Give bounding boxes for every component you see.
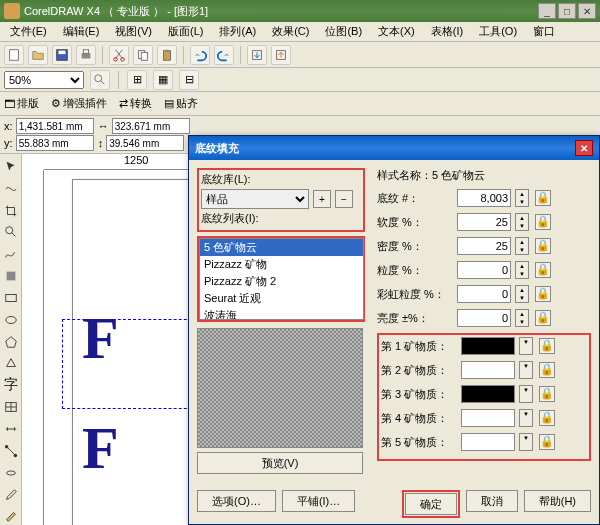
cancel-button[interactable]: 取消	[466, 490, 518, 512]
ok-button[interactable]: 确定	[405, 493, 457, 515]
lock-icon[interactable]: 🔒	[539, 386, 555, 402]
ellipse-tool[interactable]	[1, 310, 21, 330]
pick-tool[interactable]	[1, 157, 21, 177]
basic-shapes-tool[interactable]	[1, 353, 21, 373]
close-button[interactable]: ✕	[578, 3, 596, 19]
color-dropdown[interactable]: ▼	[519, 385, 533, 403]
outline-tool[interactable]	[1, 506, 21, 525]
lock-icon[interactable]: 🔒	[539, 362, 555, 378]
param-spinner[interactable]: ▲▼	[515, 189, 529, 207]
maximize-button[interactable]: □	[558, 3, 576, 19]
eyedropper-tool[interactable]	[1, 485, 21, 505]
tile-button[interactable]: 平铺(I)…	[282, 490, 355, 512]
lock-icon[interactable]: 🔒	[535, 214, 551, 230]
open-button[interactable]	[28, 45, 48, 65]
dialog-titlebar[interactable]: 底纹填充 ✕	[189, 136, 599, 160]
artwork-1[interactable]: F	[82, 304, 119, 373]
x-input[interactable]	[16, 118, 94, 134]
text-tool[interactable]: 字	[1, 375, 21, 395]
print-button[interactable]	[76, 45, 96, 65]
artwork-2[interactable]: F	[82, 414, 119, 483]
menu-arrange[interactable]: 排列(A)	[211, 22, 264, 41]
param-input[interactable]	[457, 261, 511, 279]
import-button[interactable]	[247, 45, 267, 65]
library-select[interactable]: 样品	[201, 189, 309, 209]
grid-icon[interactable]: ▦	[153, 70, 173, 90]
preview-button[interactable]: 预览(V)	[197, 452, 363, 474]
layout-label[interactable]: 排版	[17, 96, 39, 111]
param-spinner[interactable]: ▲▼	[515, 237, 529, 255]
lock-icon[interactable]: 🔒	[535, 310, 551, 326]
minimize-button[interactable]: _	[538, 3, 556, 19]
menu-table[interactable]: 表格(I)	[423, 22, 471, 41]
color-swatch[interactable]	[461, 433, 515, 451]
lock-icon[interactable]: 🔒	[535, 286, 551, 302]
crop-tool[interactable]	[1, 201, 21, 221]
snap-label[interactable]: 贴齐	[176, 96, 198, 111]
param-spinner[interactable]: ▲▼	[515, 309, 529, 327]
color-dropdown[interactable]: ▼	[519, 433, 533, 451]
list-item[interactable]: 波涛海	[200, 307, 363, 320]
lock-icon[interactable]: 🔒	[535, 262, 551, 278]
menu-window[interactable]: 窗口	[525, 22, 563, 41]
paste-button[interactable]	[157, 45, 177, 65]
color-swatch[interactable]	[461, 361, 515, 379]
convert-label[interactable]: 转换	[130, 96, 152, 111]
param-spinner[interactable]: ▲▼	[515, 213, 529, 231]
menu-bitmap[interactable]: 位图(B)	[317, 22, 370, 41]
lib-remove-button[interactable]: −	[335, 190, 353, 208]
menu-tools[interactable]: 工具(O)	[471, 22, 525, 41]
menu-file[interactable]: 文件(E)	[2, 22, 55, 41]
menu-view[interactable]: 视图(V)	[107, 22, 160, 41]
copy-button[interactable]	[133, 45, 153, 65]
rectangle-tool[interactable]	[1, 288, 21, 308]
menu-layout[interactable]: 版面(L)	[160, 22, 211, 41]
undo-button[interactable]	[190, 45, 210, 65]
param-input[interactable]	[457, 237, 511, 255]
color-dropdown[interactable]: ▼	[519, 409, 533, 427]
menu-effects[interactable]: 效果(C)	[264, 22, 317, 41]
polygon-tool[interactable]	[1, 332, 21, 352]
new-button[interactable]	[4, 45, 24, 65]
list-item[interactable]: Pizzazz 矿物	[200, 256, 363, 273]
dimension-tool[interactable]	[1, 419, 21, 439]
param-input[interactable]	[457, 213, 511, 231]
param-spinner[interactable]: ▲▼	[515, 261, 529, 279]
save-button[interactable]	[52, 45, 72, 65]
table-tool[interactable]	[1, 397, 21, 417]
color-dropdown[interactable]: ▼	[519, 337, 533, 355]
h-input[interactable]	[106, 135, 184, 151]
texture-listbox[interactable]: 5 色矿物云 Pizzazz 矿物 Pizzazz 矿物 2 Seurat 近观…	[199, 238, 364, 320]
lock-icon[interactable]: 🔒	[539, 434, 555, 450]
export-button[interactable]	[271, 45, 291, 65]
color-swatch[interactable]	[461, 409, 515, 427]
freehand-tool[interactable]	[1, 244, 21, 264]
lock-icon[interactable]: 🔒	[539, 338, 555, 354]
list-item[interactable]: 5 色矿物云	[200, 239, 363, 256]
param-input[interactable]	[457, 285, 511, 303]
list-item[interactable]: Pizzazz 矿物 2	[200, 273, 363, 290]
param-input[interactable]	[457, 309, 511, 327]
plugin-label[interactable]: 增强插件	[63, 96, 107, 111]
dialog-close-button[interactable]: ✕	[575, 140, 593, 156]
param-spinner[interactable]: ▲▼	[515, 285, 529, 303]
cut-button[interactable]	[109, 45, 129, 65]
menu-text[interactable]: 文本(X)	[370, 22, 423, 41]
options-button[interactable]: 选项(O)…	[197, 490, 276, 512]
lock-icon[interactable]: 🔒	[535, 190, 551, 206]
snap-icon[interactable]: ⊞	[127, 70, 147, 90]
color-swatch[interactable]	[461, 337, 515, 355]
color-swatch[interactable]	[461, 385, 515, 403]
smart-fill-tool[interactable]	[1, 266, 21, 286]
lock-icon[interactable]: 🔒	[535, 238, 551, 254]
redo-button[interactable]	[214, 45, 234, 65]
w-input[interactable]	[112, 118, 190, 134]
y-input[interactable]	[16, 135, 94, 151]
list-item[interactable]: Seurat 近观	[200, 290, 363, 307]
connector-tool[interactable]	[1, 441, 21, 461]
zoom-select[interactable]: 50%	[4, 71, 84, 89]
lock-icon[interactable]: 🔒	[539, 410, 555, 426]
shape-tool[interactable]	[1, 179, 21, 199]
menu-edit[interactable]: 编辑(E)	[55, 22, 108, 41]
lib-add-button[interactable]: +	[313, 190, 331, 208]
